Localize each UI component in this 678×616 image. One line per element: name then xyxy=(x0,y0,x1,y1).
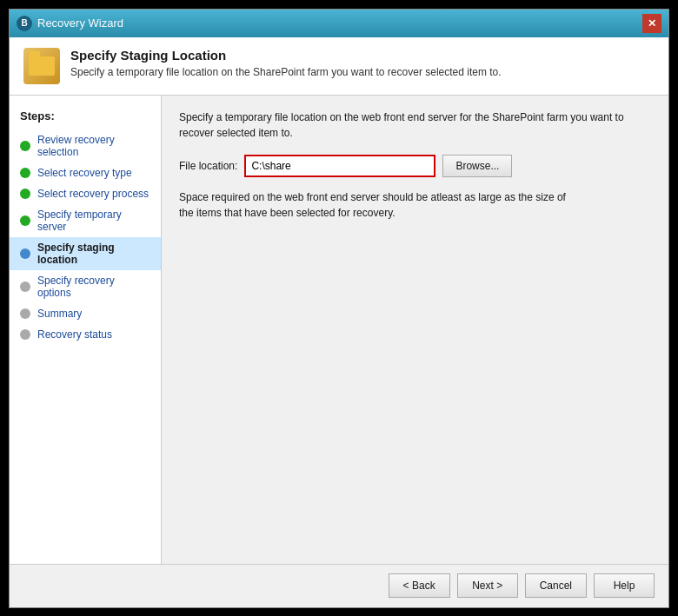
content-description: Specify a temporary file location on the… xyxy=(179,109,651,141)
step-label-select-type: Select recovery type xyxy=(37,167,132,179)
step-dot-review xyxy=(20,141,30,151)
next-button[interactable]: Next > xyxy=(457,573,518,598)
sidebar: Steps: Review recovery selection Select … xyxy=(10,96,162,564)
step-label-specify-server: Specify temporary server xyxy=(37,209,150,233)
step-label-review: Review recovery selection xyxy=(37,134,150,158)
app-icon: B xyxy=(17,16,32,31)
step-label-select-process: Select recovery process xyxy=(37,188,149,200)
sidebar-item-specify-server[interactable]: Specify temporary server xyxy=(10,204,161,237)
step-dot-select-type xyxy=(20,168,30,178)
step-label-specify-staging: Specify staging location xyxy=(37,242,150,266)
folder-icon xyxy=(23,48,60,84)
folder-shape xyxy=(29,56,55,76)
title-bar: B Recovery Wizard ✕ xyxy=(10,10,668,37)
close-button[interactable]: ✕ xyxy=(642,14,661,33)
header-section: Specify Staging Location Specify a tempo… xyxy=(10,37,668,96)
sidebar-item-select-process[interactable]: Select recovery process xyxy=(10,183,161,204)
steps-label: Steps: xyxy=(10,106,161,129)
file-location-input[interactable] xyxy=(244,155,435,177)
sidebar-item-specify-options[interactable]: Specify recovery options xyxy=(10,270,161,303)
sidebar-item-recovery-status[interactable]: Recovery status xyxy=(10,324,161,345)
sidebar-item-specify-staging[interactable]: Specify staging location xyxy=(10,237,161,270)
sidebar-item-select-type[interactable]: Select recovery type xyxy=(10,162,161,183)
recovery-wizard-window: B Recovery Wizard ✕ Specify Staging Loca… xyxy=(9,9,669,608)
file-location-row: File location: Browse... xyxy=(179,155,651,177)
browse-button[interactable]: Browse... xyxy=(442,155,512,177)
file-location-label: File location: xyxy=(179,160,237,172)
step-dot-specify-options xyxy=(20,282,30,292)
back-button[interactable]: < Back xyxy=(389,573,450,598)
window-title: Recovery Wizard xyxy=(37,17,123,30)
step-dot-recovery-status xyxy=(20,329,30,340)
cancel-button[interactable]: Cancel xyxy=(525,573,587,598)
step-label-specify-options: Specify recovery options xyxy=(37,275,150,299)
step-dot-summary xyxy=(20,308,30,319)
step-label-recovery-status: Recovery status xyxy=(37,328,112,341)
header-text: Specify Staging Location Specify a tempo… xyxy=(70,48,502,78)
help-button[interactable]: Help xyxy=(594,573,655,598)
content-area: Specify a temporary file location on the… xyxy=(162,96,668,564)
footer: < Back Next > Cancel Help xyxy=(10,564,668,607)
title-bar-left: B Recovery Wizard xyxy=(17,16,123,31)
step-dot-specify-server xyxy=(20,215,30,226)
sidebar-item-summary[interactable]: Summary xyxy=(10,303,161,324)
sidebar-item-review[interactable]: Review recovery selection xyxy=(10,129,161,162)
header-description: Specify a temporary file location on the… xyxy=(70,66,502,78)
step-dot-specify-staging xyxy=(20,248,30,259)
header-icon xyxy=(23,48,60,84)
main-content: Steps: Review recovery selection Select … xyxy=(10,96,668,564)
space-note: Space required on the web front end serv… xyxy=(179,189,570,221)
header-title: Specify Staging Location xyxy=(70,48,502,63)
step-label-summary: Summary xyxy=(37,308,82,320)
step-dot-select-process xyxy=(20,189,30,199)
